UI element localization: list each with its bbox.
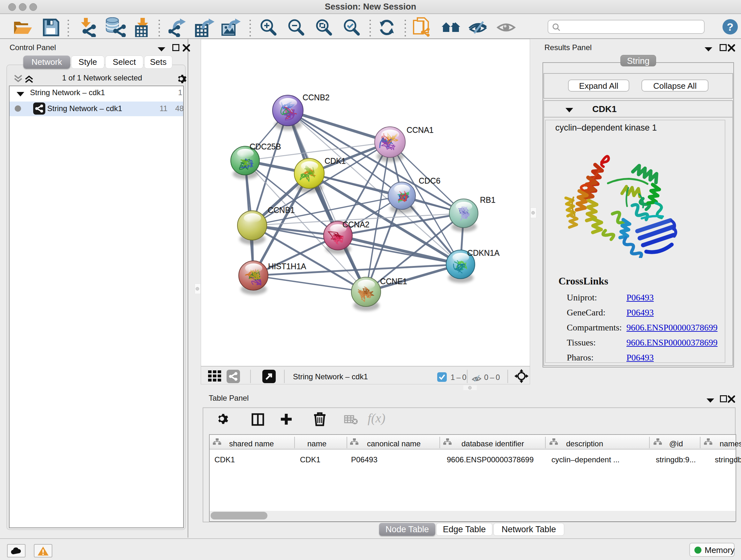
svg-text:CCNB2: CCNB2	[302, 93, 330, 102]
svg-text:CDC6: CDC6	[419, 176, 441, 185]
svg-text:RB1: RB1	[480, 195, 495, 204]
svg-text:CDC25B: CDC25B	[250, 142, 281, 151]
svg-text:CCNA1: CCNA1	[407, 125, 434, 134]
svg-text:CCNB1: CCNB1	[268, 206, 295, 214]
svg-text:HIST1H1A: HIST1H1A	[268, 262, 307, 271]
svg-text:CCNA2: CCNA2	[342, 220, 369, 229]
svg-text:CDK1: CDK1	[325, 157, 346, 165]
svg-text:CCNE1: CCNE1	[380, 277, 407, 286]
svg-text:CDKN1A: CDKN1A	[467, 248, 500, 257]
